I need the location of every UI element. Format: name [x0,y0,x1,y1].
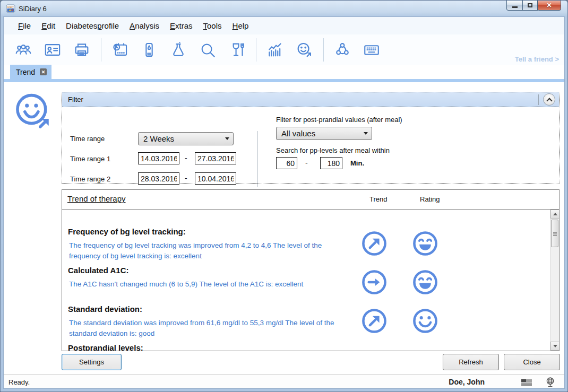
tab-bar: Trend ✕ [4,65,564,79]
trend-row-frequency: Frequency of bg level tracking: The freq… [68,227,550,267]
refresh-button[interactable]: Refresh [443,354,499,370]
glucose-meter-icon[interactable] [137,38,161,62]
trend-panel-title: Trend of therapy [67,194,126,203]
header-separator [538,94,539,105]
trend-of-therapy-panel: Trend of therapy Trend Rating Frequency … [62,189,560,351]
range-dash: - [185,154,187,162]
time-range-1-from-input[interactable] [138,152,179,164]
tab-strip [4,79,564,82]
app-window: Diary SiDiary 6 ✕ File Edit Diabetesprof… [0,0,568,392]
maximize-button[interactable] [522,1,538,11]
settings-button[interactable]: Settings [62,354,122,370]
app-icon: Diary [6,4,15,13]
rating-column-header: Rating [420,195,440,203]
close-icon: ✕ [546,2,552,9]
toolbar-separator [323,38,324,62]
tell-a-friend-link[interactable]: Tell a friend > [515,55,559,63]
sync-icon[interactable] [330,38,355,62]
svg-text:Diary: Diary [7,5,14,8]
diary-calendar-icon[interactable] [108,38,132,62]
patients-icon[interactable] [11,38,36,62]
trend-column-header: Trend [369,195,387,203]
filter-panel-header: Filter [62,92,559,107]
range-dash: - [305,159,308,167]
scrollbar-thumb[interactable] [551,220,558,247]
trend-up-icon [360,307,388,335]
tab-label: Trend [16,68,35,76]
trend-icon-partial [360,350,388,351]
trend-row-title: Standard deviation: [68,304,142,313]
pp-from-input[interactable] [276,157,297,169]
tab-trend[interactable]: Trend ✕ [10,65,51,79]
toolbar [4,34,564,65]
rating-happy-icon [411,307,439,335]
rating-icon-partial [411,350,439,351]
trend-row-description: The frequency of bg level tracking was i… [69,240,352,262]
trend-row-title: Frequency of bg level tracking: [68,227,186,236]
thumb-grip [553,232,557,233]
language-flag-icon[interactable] [521,378,532,386]
trend-row-description: The A1C hasn't changed much (6 to 5,9) T… [69,279,352,290]
trend-row-title: Calculated A1C: [68,266,128,275]
time-range-2-from-input[interactable] [138,172,179,185]
menu-edit[interactable]: Edit [36,19,61,32]
menu-tools[interactable]: Tools [198,19,227,32]
pp-search-label: Search for pp-levels after meal within [276,146,390,154]
rating-very-happy-icon [411,230,439,257]
range-dash: - [185,174,187,182]
filter-panel: Filter Time range 2 Weeks Time range 1 -… [62,92,560,184]
status-bar: Ready. Doe, John [4,374,564,388]
menu-analysis[interactable]: Analysis [124,19,165,32]
filter-title: Filter [68,95,83,103]
collapse-button[interactable] [543,93,555,106]
chevron-up-icon [546,98,552,103]
profile-card-icon[interactable] [40,38,65,62]
arrow-up-icon [553,213,557,215]
trend-steady-icon [360,268,388,296]
menu-extras[interactable]: Extras [165,19,198,32]
toolbar-separator [101,38,101,62]
pp-unit-label: Min. [350,159,364,167]
rating-very-happy-icon [411,268,439,296]
menu-diabetesprofile[interactable]: Diabetesprofile [61,19,124,32]
time-range-1-label: Time range 1 [70,155,110,163]
menu-file[interactable]: File [13,19,36,32]
online-globe-icon[interactable] [545,377,556,388]
time-range-select[interactable]: 2 Weeks [138,132,234,145]
vertical-scrollbar[interactable] [550,210,559,351]
pp-to-input[interactable] [320,157,342,169]
keyboard-icon[interactable] [359,38,384,62]
trend-smiley-icon[interactable] [292,38,316,62]
nutrition-icon[interactable] [225,38,249,62]
menu-help[interactable]: Help [227,19,254,32]
scroll-up-button[interactable] [550,210,559,219]
lab-flask-icon[interactable] [166,38,191,62]
maximize-icon [528,3,532,7]
scroll-down-button[interactable] [550,342,559,351]
toolbar-separator [256,38,256,62]
trend-row-postprandial: Postprandial levels: [68,343,550,351]
close-button[interactable]: Close [504,354,560,370]
client-area: File Edit Diabetesprofile Analysis Extra… [3,16,565,389]
close-window-button[interactable]: ✕ [537,1,561,11]
trend-row-description: The standard deviation was improved from… [69,318,352,339]
title-bar[interactable]: Diary SiDiary 6 ✕ [1,1,567,16]
chevron-down-icon [225,137,229,140]
pp-filter-label: Filter for post-prandial values (after m… [276,116,402,124]
pp-filter-select[interactable]: All values [276,127,372,140]
search-icon[interactable] [195,38,220,62]
time-range-1-to-input[interactable] [195,152,236,164]
tab-close-icon[interactable]: ✕ [40,68,47,75]
menu-bar: File Edit Diabetesprofile Analysis Extra… [4,17,564,34]
time-range-2-label: Time range 2 [70,175,110,183]
time-range-2-to-input[interactable] [195,172,236,185]
arrow-down-icon [553,345,557,347]
window-title: Diary SiDiary 6 [6,4,47,13]
trend-up-icon [360,230,388,257]
time-range-label: Time range [70,135,105,143]
minimize-button[interactable] [506,1,523,11]
trend-feature-icon [13,92,53,131]
statistics-icon[interactable] [263,38,287,62]
chevron-down-icon [364,132,368,135]
print-icon[interactable] [70,38,94,62]
